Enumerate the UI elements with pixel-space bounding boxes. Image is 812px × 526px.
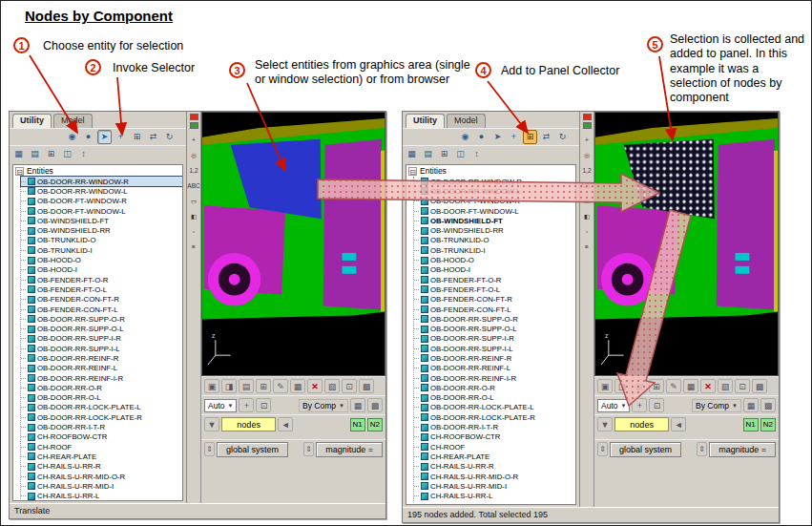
view-tool-icon[interactable]: 1,2 <box>188 165 200 178</box>
selection-tool-icon[interactable]: ⊞ <box>523 130 537 144</box>
tree-item[interactable]: OB-DOOR-RR-REINF-I-R <box>414 373 575 383</box>
graphics-tool-icon[interactable]: ⊡ <box>342 379 357 393</box>
tree-item[interactable]: OB-DOOR-RR-SUPP-I-R <box>414 334 575 344</box>
view-tool-icon[interactable]: ABC <box>188 180 200 193</box>
graphics-tool-icon[interactable]: ▩ <box>752 379 767 393</box>
tree-item[interactable]: OB-DOOR-FT-WINDOW-L <box>21 206 182 216</box>
tree-item[interactable]: OB-WINDSHIELD-RR <box>21 225 182 235</box>
selection-tool-icon[interactable]: ⊞ <box>130 130 144 144</box>
view-tool-icon[interactable]: ◎ <box>581 150 593 162</box>
graphics-tool-icon[interactable]: ▧ <box>324 379 340 393</box>
tree-item[interactable]: OB-DOOR-FT-WINDOW-R <box>414 197 575 206</box>
tab-utility[interactable]: Utility <box>12 114 52 128</box>
view-tool-icon[interactable]: ◧ <box>188 211 200 223</box>
reset-collector-icon[interactable]: ◄ <box>671 417 686 431</box>
tree-item[interactable]: CH-ROOFBOW-CTR <box>414 432 575 442</box>
filter-tool-icon[interactable]: ▦ <box>405 147 419 161</box>
tree-item[interactable]: CH-ROOF <box>414 442 575 452</box>
graphics-tool-icon[interactable]: ◨ <box>614 379 630 393</box>
view-tool-icon[interactable]: ▭ <box>581 196 593 208</box>
graphics-tool-icon[interactable]: ▤ <box>239 379 254 393</box>
selection-tool-icon[interactable]: ➤ <box>490 130 505 144</box>
selection-tool-icon[interactable]: ● <box>81 130 95 144</box>
tree-item[interactable]: CH-RAILS-U-RR-L <box>414 492 575 501</box>
graphics-tool-icon[interactable]: ⊞ <box>256 379 271 393</box>
tree-item[interactable]: OB-FENDER-CON-FT-R <box>414 295 575 305</box>
delete-icon[interactable]: ✕ <box>700 379 716 393</box>
panel-grid-icon[interactable] <box>190 122 198 129</box>
tree-item[interactable]: OB-TRUNKLID-O <box>414 236 575 245</box>
tree-item[interactable]: OB-HOOD-I <box>414 265 575 275</box>
tree-item[interactable]: OB-HOOD-I <box>21 265 182 275</box>
tree-item[interactable]: CH-RAILS-U-RR-R <box>414 462 575 472</box>
tree-item[interactable]: CH-ROOFBOW-CTR <box>21 432 182 442</box>
graphics-tool-icon[interactable]: ✎ <box>666 379 681 393</box>
tree-item[interactable]: OB-DOOR-RR-O-R <box>21 383 182 392</box>
selection-tool-icon[interactable]: + <box>114 130 128 144</box>
graphics-tool-icon[interactable]: ▣ <box>204 379 219 393</box>
tree-item[interactable]: OB-FENDER-FT-O-R <box>414 275 575 284</box>
n2-button[interactable]: N2 <box>367 418 383 431</box>
tree-item[interactable]: OB-DOOR-RR-SUPP-I-L <box>414 344 575 353</box>
tree-item[interactable]: CH-RAILS-U-RR-MID-I <box>21 481 182 491</box>
shade-cube-icon[interactable]: ▦ <box>350 398 365 412</box>
tree-item[interactable]: OB-DOOR-RR-WINDOW-L <box>414 186 575 196</box>
wire-cube-icon[interactable]: ▩ <box>760 398 776 412</box>
selection-tool-icon[interactable]: ⇄ <box>539 130 553 144</box>
graphics-tool-icon[interactable]: ▧ <box>718 379 733 393</box>
global-system-button[interactable]: global system <box>217 442 288 457</box>
tree-item[interactable]: OB-DOOR-RR-WINDOW-R <box>21 177 182 186</box>
filter-tool-icon[interactable]: ⊞ <box>437 147 451 161</box>
view-tool-icon[interactable]: ◎ <box>188 150 200 162</box>
tree-item[interactable]: OB-DOOR-RR-SUPP-O-R <box>414 314 575 324</box>
pan-icon[interactable]: + <box>632 398 647 412</box>
tree-item[interactable]: OB-DOOR-RR-LOCK-PLATE-L <box>21 403 182 412</box>
spinner-icon[interactable]: ⇕ <box>697 442 707 456</box>
graphics-tool-icon[interactable]: ⊞ <box>649 379 664 393</box>
tree-item[interactable]: OB-FENDER-FT-O-R <box>21 275 182 284</box>
nodes-collector-button[interactable]: nodes <box>614 417 669 431</box>
tree-item[interactable]: OB-TRUNKLID-O <box>21 236 182 245</box>
tree-item[interactable]: OB-DOOR-RR-O-L <box>21 393 182 403</box>
tree-item[interactable]: OB-WINDSHIELD-RR <box>414 225 575 235</box>
entity-switch-icon[interactable]: ▼ <box>204 417 219 431</box>
spinner-icon[interactable]: ⇕ <box>204 442 215 456</box>
filter-tool-icon[interactable]: ◫ <box>60 147 74 161</box>
tab-model[interactable]: Model <box>447 114 486 128</box>
tree-item[interactable]: OB-WINDSHIELD-FT <box>414 216 575 225</box>
n1-button[interactable]: N1 <box>743 418 759 431</box>
spinner-icon[interactable]: ⇕ <box>597 442 608 456</box>
selection-tool-icon[interactable]: ↻ <box>555 130 570 144</box>
selection-tool-icon[interactable]: ↻ <box>162 130 177 144</box>
n2-button[interactable]: N2 <box>760 418 776 431</box>
tree-root[interactable]: ⊟ Entities <box>406 165 575 177</box>
n1-button[interactable]: N1 <box>350 418 365 431</box>
tree-item[interactable]: OB-DOOR-RR-SUPP-I-R <box>21 334 182 344</box>
graphics-tool-icon[interactable]: ⊡ <box>735 379 750 393</box>
filter-tool-icon[interactable]: ↕ <box>76 147 91 161</box>
wire-cube-icon[interactable]: ▩ <box>367 398 383 412</box>
tree-item[interactable]: OB-DOOR-RR-LOCK-PLATE-L <box>414 403 575 412</box>
panel-close-icon[interactable] <box>190 114 198 120</box>
tree-item[interactable]: OB-HOOD-O <box>21 255 182 264</box>
tree-item[interactable]: OB-DOOR-RR-REINF-R <box>414 353 575 363</box>
graphics-tool-icon[interactable]: ▤ <box>632 379 647 393</box>
tree-item[interactable]: OB-HOOD-O <box>414 255 575 264</box>
filter-tool-icon[interactable]: ▤ <box>421 147 435 161</box>
reset-collector-icon[interactable]: ◄ <box>278 417 293 431</box>
tree-item[interactable]: OB-DOOR-RR-REINF-L <box>414 364 575 373</box>
tree-item[interactable]: OB-FENDER-FT-O-L <box>414 284 575 294</box>
global-system-button[interactable]: global system <box>610 442 681 457</box>
magnitude-button[interactable]: magnitude = <box>709 442 776 457</box>
shade-cube-icon[interactable]: ▦ <box>743 398 759 412</box>
tree-item[interactable]: CH-REAR-PLATE <box>21 452 182 461</box>
tree-item[interactable]: OB-FENDER-CON-FT-L <box>21 305 182 314</box>
filter-tool-icon[interactable]: ◫ <box>453 147 468 161</box>
graphics-tool-icon[interactable]: ▦ <box>683 379 698 393</box>
tree-item[interactable]: OB-DOOR-RR-LOCK-PLATE-R <box>414 412 575 422</box>
tree-item[interactable]: OB-DOOR-RR-LOCK-PLATE-R <box>21 412 182 422</box>
tree-item[interactable]: OB-FENDER-CON-FT-L <box>414 305 575 314</box>
tree-item[interactable]: OB-WINDSHIELD-FT <box>21 216 182 225</box>
tree-item[interactable]: OB-TRUNKLID-I <box>21 245 182 255</box>
graphics-tool-icon[interactable]: ◨ <box>221 379 237 393</box>
